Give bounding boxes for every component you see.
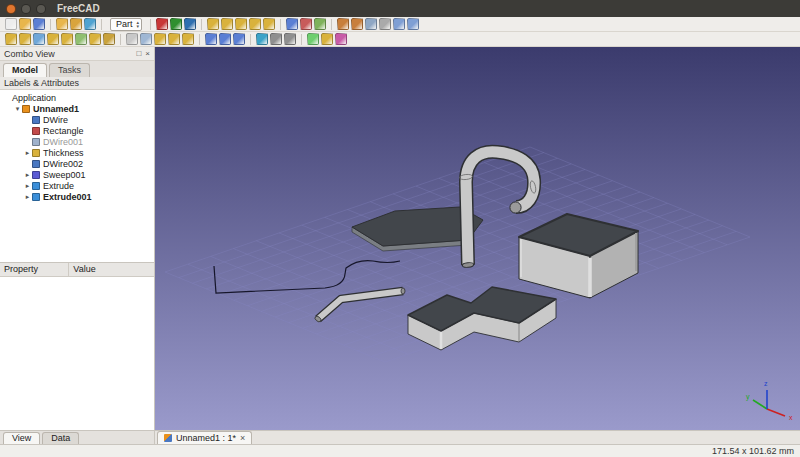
- measure-clear-icon[interactable]: [379, 18, 391, 30]
- macro-record-icon[interactable]: [156, 18, 168, 30]
- tab-view[interactable]: View: [3, 432, 40, 444]
- expander-icon[interactable]: ▸: [23, 149, 32, 157]
- document-tab[interactable]: Unnamed1 : 1* ×: [157, 431, 252, 444]
- panel-close-icon[interactable]: ×: [145, 49, 150, 58]
- axis-x-label: x: [789, 414, 793, 421]
- tree-item-rectangle[interactable]: Rectangle: [0, 125, 154, 136]
- part-offset-3d-icon[interactable]: [154, 33, 166, 45]
- tree-item-label: DWire: [43, 115, 68, 125]
- macro-debug-icon[interactable]: [184, 18, 196, 30]
- toolbar-row-2: [0, 32, 800, 47]
- part-ruled-surface-icon[interactable]: [75, 33, 87, 45]
- part-fillet-icon[interactable]: [47, 33, 59, 45]
- expander-icon[interactable]: ▸: [23, 193, 32, 201]
- tree-item-unnamed1[interactable]: ▾Unnamed1: [0, 103, 154, 114]
- tree-item-label: DWire002: [43, 159, 83, 169]
- 3d-viewport[interactable]: x y z: [155, 47, 800, 430]
- document-icon: [164, 434, 172, 442]
- part-section-icon[interactable]: [126, 33, 138, 45]
- window-close-icon[interactable]: [6, 4, 16, 14]
- part-sweep-icon[interactable]: [103, 33, 115, 45]
- boolean-intersection-icon[interactable]: [314, 18, 326, 30]
- tree-item-extrude[interactable]: ▸Extrude: [0, 180, 154, 191]
- filleted-box[interactable]: [519, 214, 638, 298]
- spinner-icon[interactable]: ▴▾: [137, 20, 140, 28]
- tree-item-icon: [32, 171, 40, 179]
- window-maximize-icon[interactable]: [36, 4, 46, 14]
- l-shaped-extrusion[interactable]: [408, 287, 556, 350]
- toolbar-separator: [150, 19, 151, 30]
- tree-item-icon: [32, 138, 40, 146]
- part-offset-2d-icon[interactable]: [168, 33, 180, 45]
- redo-icon[interactable]: [70, 18, 82, 30]
- measure-angular-icon[interactable]: [351, 18, 363, 30]
- tree-item-dwire002[interactable]: DWire002: [0, 158, 154, 169]
- part-chamfer-icon[interactable]: [61, 33, 73, 45]
- panel-float-icon[interactable]: □: [136, 49, 141, 58]
- part-compound-filter-icon[interactable]: [233, 33, 245, 45]
- new-document-icon[interactable]: [5, 18, 17, 30]
- axis-indicator: x y z: [746, 380, 793, 421]
- tree-item-icon: [32, 160, 40, 168]
- value-column-header[interactable]: Value: [69, 263, 99, 276]
- color-per-face-icon[interactable]: [335, 33, 347, 45]
- part-torus-icon[interactable]: [263, 18, 275, 30]
- part-revolve-icon[interactable]: [19, 33, 31, 45]
- tree-item-thickness[interactable]: ▸Thickness: [0, 147, 154, 158]
- part-explode-compound-icon[interactable]: [219, 33, 231, 45]
- axis-y-label: y: [746, 393, 750, 401]
- tree-item-dwire001[interactable]: DWire001: [0, 136, 154, 147]
- tree-item-dwire[interactable]: DWire: [0, 114, 154, 125]
- tree-item-label: Thickness: [43, 148, 84, 158]
- open-document-icon[interactable]: [19, 18, 31, 30]
- expander-icon[interactable]: ▾: [13, 105, 22, 113]
- part-box-icon[interactable]: [207, 18, 219, 30]
- part-loft-icon[interactable]: [89, 33, 101, 45]
- shape-export-icon[interactable]: [284, 33, 296, 45]
- tree-item-application[interactable]: Application: [0, 92, 154, 103]
- boolean-union-icon[interactable]: [286, 18, 298, 30]
- part-mirror-icon[interactable]: [33, 33, 45, 45]
- tab-data[interactable]: Data: [42, 432, 79, 444]
- toolbar-separator: [280, 19, 281, 30]
- dimensions-readout: 171.54 x 101.62 mm: [712, 446, 794, 456]
- refresh-icon[interactable]: [84, 18, 96, 30]
- document-tabbar: Unnamed1 : 1* ×: [155, 430, 800, 444]
- measure-toggle-delta-icon[interactable]: [407, 18, 419, 30]
- tab-tasks[interactable]: Tasks: [49, 63, 90, 77]
- check-geometry-icon[interactable]: [307, 33, 319, 45]
- part-compound-icon[interactable]: [205, 33, 217, 45]
- bent-tube[interactable]: [314, 288, 405, 323]
- part-cone-icon[interactable]: [249, 18, 261, 30]
- save-document-icon[interactable]: [33, 18, 45, 30]
- part-cylinder-icon[interactable]: [221, 18, 233, 30]
- document-tab-label: Unnamed1 : 1*: [176, 433, 236, 443]
- shape-builder-icon[interactable]: [256, 33, 268, 45]
- titlebar: FreeCAD: [0, 0, 800, 17]
- expander-icon[interactable]: ▸: [23, 182, 32, 190]
- part-cross-sections-icon[interactable]: [140, 33, 152, 45]
- part-sphere-icon[interactable]: [235, 18, 247, 30]
- macro-execute-icon[interactable]: [170, 18, 182, 30]
- tree-item-icon: [32, 116, 40, 124]
- tab-model[interactable]: Model: [3, 63, 47, 77]
- defeaturing-icon[interactable]: [321, 33, 333, 45]
- measure-toggle-3d-icon[interactable]: [393, 18, 405, 30]
- tree-item-label: Application: [12, 93, 56, 103]
- window-minimize-icon[interactable]: [21, 4, 31, 14]
- measure-linear-icon[interactable]: [337, 18, 349, 30]
- part-thickness-icon[interactable]: [182, 33, 194, 45]
- undo-icon[interactable]: [56, 18, 68, 30]
- combo-view-tabs: Model Tasks: [0, 61, 154, 77]
- tree-item-extrude001[interactable]: ▸Extrude001: [0, 191, 154, 202]
- toolbar-separator: [301, 34, 302, 45]
- document-tab-close-icon[interactable]: ×: [240, 433, 245, 443]
- workbench-selector[interactable]: Part▴▾: [110, 18, 142, 31]
- boolean-cut-icon[interactable]: [300, 18, 312, 30]
- part-extrude-icon[interactable]: [5, 33, 17, 45]
- shape-import-icon[interactable]: [270, 33, 282, 45]
- tree-item-sweep001[interactable]: ▸Sweep001: [0, 169, 154, 180]
- measure-refresh-icon[interactable]: [365, 18, 377, 30]
- property-column-header[interactable]: Property: [0, 263, 69, 276]
- expander-icon[interactable]: ▸: [23, 171, 32, 179]
